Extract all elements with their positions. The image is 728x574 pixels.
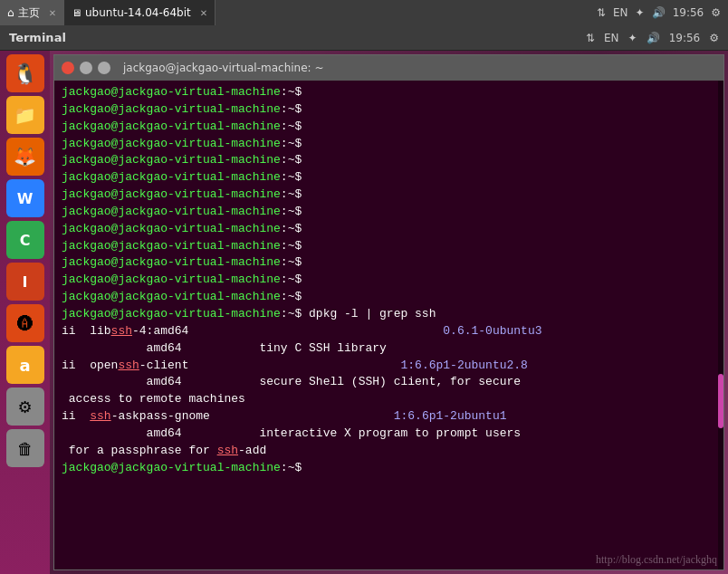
taskbar-right: ⇅ EN ✦ 🔊 19:56 ⚙ (597, 6, 728, 19)
output-openssh-2: amd64 secure Shell (SSH) client, for sec… (62, 374, 716, 391)
scrollbar-thumb[interactable] (718, 374, 723, 428)
clock: 19:56 (673, 6, 704, 19)
prompt-line-7: jackgao@jackgao-virtual-machine:~$ (62, 187, 716, 204)
maximize-button[interactable] (98, 62, 110, 74)
terminal-tab-icon: 🖥 (72, 7, 81, 19)
header-settings-icon[interactable]: ⚙ (709, 32, 719, 44)
terminal-window: jackgao@jackgao-virtual-machine: ~ jackg… (53, 54, 724, 570)
sidebar-writer[interactable]: W (6, 179, 44, 217)
output-libssh-2: amd64 tiny C SSH library (62, 340, 716, 358)
terminal-body[interactable]: jackgao@jackgao-virtual-machine:~$ jackg… (54, 81, 723, 569)
command-line: jackgao@jackgao-virtual-machine:~$ dpkg … (62, 306, 716, 323)
output-askpass-3: for a passphrase for ssh-add (62, 443, 716, 460)
sidebar-settings[interactable]: ⚙ (6, 387, 44, 426)
minimize-button[interactable] (80, 62, 92, 74)
active-tab-close[interactable]: ✕ (200, 8, 207, 18)
terminal-titlebar: jackgao@jackgao-virtual-machine: ~ (54, 55, 723, 81)
header-bluetooth-icon: ✦ (628, 32, 637, 44)
prompt-line-11: jackgao@jackgao-virtual-machine:~$ (62, 254, 716, 272)
prompt-line-4: jackgao@jackgao-virtual-machine:~$ (62, 136, 716, 153)
header-time: 19:56 (669, 32, 701, 44)
taskbar-top: ⌂ 主页 ✕ 🖥 ubuntu-14.04-64bit ✕ ⇅ EN ✦ 🔊 1… (0, 0, 728, 25)
output-askpass-1: ii ssh-askpass-gnome 1:6.6p1-2ubuntu1 (62, 408, 716, 426)
home-tab-label: 主页 (18, 5, 40, 21)
header-lang-icon: EN (604, 32, 619, 44)
output-openssh-1: ii openssh-client 1:6.6p1-2ubuntu2.8 (62, 358, 716, 375)
prompt-line-2: jackgao@jackgao-virtual-machine:~$ (62, 101, 716, 119)
prompt-line-3: jackgao@jackgao-virtual-machine:~$ (62, 119, 716, 136)
home-tab-close[interactable]: ✕ (49, 8, 56, 18)
output-askpass-2: amd64 interactive X program to prompt us… (62, 426, 716, 443)
home-icon: ⌂ (7, 6, 14, 19)
sidebar-ubuntu[interactable]: 🐧 (6, 54, 44, 92)
main-layout: 🐧 📁 🦊 W C I 🅐 a ⚙ 🗑 (0, 51, 728, 574)
home-tab[interactable]: ⌂ 主页 ✕ (0, 0, 64, 25)
active-tab[interactable]: 🖥 ubuntu-14.04-64bit ✕ (64, 0, 216, 25)
active-tab-label: ubuntu-14.04-64bit (85, 6, 191, 19)
window-title: jackgao@jackgao-virtual-machine: ~ (123, 62, 324, 74)
sidebar-impress[interactable]: I (6, 263, 44, 301)
output-openssh-3: access to remote machines (62, 391, 716, 408)
prompt-line-6: jackgao@jackgao-virtual-machine:~$ (62, 169, 716, 187)
scrollbar[interactable] (718, 81, 723, 569)
sidebar-calc[interactable]: C (6, 221, 44, 259)
final-prompt: jackgao@jackgao-virtual-machine:~$ (62, 460, 716, 477)
prompt-line-13: jackgao@jackgao-virtual-machine:~$ (62, 289, 716, 306)
settings-icon[interactable]: ⚙ (711, 6, 721, 19)
sidebar: 🐧 📁 🦊 W C I 🅐 a ⚙ 🗑 (0, 51, 50, 574)
prompt-line-12: jackgao@jackgao-virtual-machine:~$ (62, 272, 716, 289)
header-sort-icon: ⇅ (586, 32, 595, 44)
sidebar-trash[interactable]: 🗑 (6, 429, 44, 467)
close-button[interactable] (62, 62, 74, 74)
sort-icon: ⇅ (597, 6, 606, 19)
output-libssh-1: ii libssh-4:amd64 0.6.1-0ubuntu3 (62, 323, 716, 340)
sidebar-software[interactable]: 🅐 (6, 304, 44, 342)
terminal-label: Terminal (9, 31, 66, 44)
prompt-line-1: jackgao@jackgao-virtual-machine:~$ (62, 84, 716, 101)
lang-indicator: EN (613, 6, 628, 19)
sidebar-files[interactable]: 📁 (6, 96, 44, 134)
volume-icon: 🔊 (652, 6, 666, 19)
prompt-line-9: jackgao@jackgao-virtual-machine:~$ (62, 221, 716, 238)
terminal-header-bar: Terminal ⇅ EN ✦ 🔊 19:56 ⚙ (0, 25, 728, 51)
sidebar-firefox[interactable]: 🦊 (6, 138, 44, 176)
header-volume-icon: 🔊 (647, 32, 660, 44)
prompt-line-5: jackgao@jackgao-virtual-machine:~$ (62, 152, 716, 169)
header-icons: ⇅ EN ✦ 🔊 19:56 ⚙ (586, 32, 719, 44)
watermark: http://blog.csdn.net/jackghq (596, 553, 717, 567)
prompt-line-10: jackgao@jackgao-virtual-machine:~$ (62, 238, 716, 255)
prompt-line-8: jackgao@jackgao-virtual-machine:~$ (62, 204, 716, 221)
sidebar-amazon[interactable]: a (6, 346, 44, 384)
bluetooth-icon: ✦ (636, 6, 645, 19)
